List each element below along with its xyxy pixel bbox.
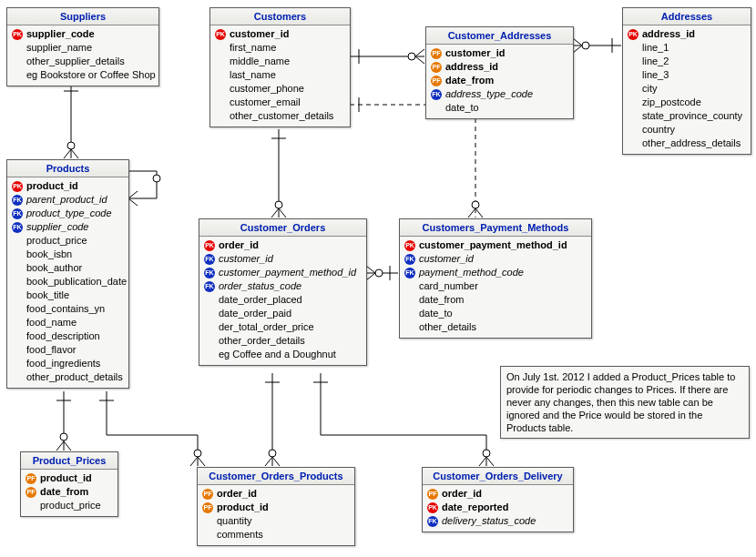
- entity-product-prices[interactable]: Product_Prices PFproduct_idPFdate_frompr…: [20, 451, 118, 517]
- field-row: FKcustomer_payment_method_id: [203, 266, 363, 279]
- field-name: food_flavor: [26, 343, 76, 357]
- entity-suppliers[interactable]: Suppliers PKsupplier_codesupplier_nameot…: [6, 7, 159, 86]
- pf-icon: PF: [25, 472, 37, 485]
- field-row: eg Coffee and a Doughnut: [203, 348, 363, 361]
- field-name: other_details: [419, 320, 476, 334]
- field-name: product_id: [217, 501, 269, 514]
- field-row: customer_phone: [214, 82, 346, 96]
- entity-title: Products: [7, 160, 128, 177]
- field-name: customer_id: [445, 46, 505, 60]
- entity-products[interactable]: Products PKproduct_idFKparent_product_id…: [6, 159, 129, 389]
- field-name: product_id: [26, 179, 78, 193]
- field-row: supplier_name: [11, 41, 155, 55]
- svg-line-14: [190, 457, 198, 466]
- field-row: der_total_order_price: [203, 320, 363, 334]
- field-row: last_name: [214, 68, 346, 82]
- entity-addresses[interactable]: Addresses PKaddress_idline_1line_2line_3…: [622, 7, 751, 155]
- field-row: FKsupplier_code: [11, 220, 125, 234]
- field-name: customer_id: [230, 27, 289, 41]
- field-name: customer_payment_method_id: [419, 238, 567, 252]
- field-name: food_ingredients: [26, 357, 100, 370]
- field-name: middle_name: [230, 55, 290, 68]
- field-row: food_flavor: [11, 343, 125, 357]
- field-name: country: [642, 123, 675, 137]
- entity-title: Customer_Addresses: [426, 27, 573, 45]
- field-name: eg Coffee and a Doughnut: [219, 348, 336, 361]
- fk-icon: FK: [404, 253, 416, 266]
- field-name: order_id: [442, 487, 482, 501]
- fk-icon: FK: [203, 253, 216, 266]
- field-row: PKsupplier_code: [11, 27, 155, 41]
- field-row: food_ingredients: [11, 357, 125, 370]
- field-row: other_order_details: [203, 334, 363, 348]
- field-name: book_publication_date: [26, 275, 127, 289]
- fk-icon: FK: [203, 280, 216, 293]
- fk-icon: FK: [430, 88, 443, 101]
- svg-line-2: [64, 149, 71, 158]
- field-row: date_order_placed: [203, 293, 363, 307]
- field-row: PForder_id: [201, 487, 351, 501]
- entity-title: Customers_Payment_Methods: [400, 219, 591, 237]
- entity-title: Customer_Orders_Products: [198, 468, 354, 485]
- field-name: customer_id: [419, 252, 474, 266]
- field-row: PKproduct_id: [11, 179, 125, 193]
- field-row: date_from: [404, 293, 587, 307]
- pf-icon: PF: [430, 75, 443, 87]
- svg-line-3: [71, 149, 78, 158]
- entity-title: Suppliers: [7, 8, 158, 25]
- field-name: order_status_code: [219, 279, 301, 293]
- field-name: date_order_paid: [219, 307, 291, 320]
- svg-line-44: [272, 457, 280, 466]
- svg-line-15: [198, 457, 205, 466]
- field-row: FKpayment_method_code: [404, 266, 587, 279]
- fk-icon: FK: [11, 194, 24, 207]
- field-row: PKaddress_id: [627, 27, 747, 41]
- pf-icon: PF: [426, 488, 439, 501]
- field-name: quantity: [217, 514, 252, 528]
- pk-icon: PK: [404, 239, 416, 252]
- entity-title: Customer_Orders: [199, 219, 366, 237]
- field-row: customer_email: [214, 96, 346, 109]
- entity-orders-delivery[interactable]: Customer_Orders_Delivery PForder_idPKdat…: [422, 467, 574, 532]
- field-name: customer_id: [219, 252, 273, 266]
- field-row: city: [627, 82, 747, 96]
- entity-title: Product_Prices: [21, 452, 117, 470]
- field-name: der_total_order_price: [219, 320, 314, 334]
- field-name: other_product_details: [26, 370, 123, 384]
- field-name: book_author: [26, 261, 82, 275]
- field-name: date_to: [445, 101, 479, 115]
- field-row: FKparent_product_id: [11, 193, 125, 207]
- field-row: food_contains_yn: [11, 302, 125, 316]
- svg-line-6: [128, 191, 138, 198]
- field-name: first_name: [230, 41, 276, 55]
- field-row: date_to: [430, 101, 569, 115]
- entity-payment-methods[interactable]: Customers_Payment_Methods PKcustomer_pay…: [399, 218, 592, 339]
- svg-line-10: [56, 441, 64, 451]
- field-name: line_3: [642, 68, 669, 82]
- entity-orders-products[interactable]: Customer_Orders_Products PForder_idPFpro…: [197, 467, 355, 546]
- field-row: PKorder_id: [203, 238, 363, 252]
- field-row: eg Bookstore or Coffee Shop: [11, 68, 155, 82]
- svg-line-20: [415, 56, 424, 64]
- field-name: book_title: [26, 289, 69, 302]
- field-name: city: [642, 82, 658, 96]
- entity-customer-addresses[interactable]: Customer_Addresses PFcustomer_idPFaddres…: [425, 26, 574, 119]
- field-name: address_id: [445, 60, 498, 74]
- field-name: payment_method_code: [419, 266, 524, 279]
- entity-customer-orders[interactable]: Customer_Orders PKorder_idFKcustomer_idF…: [199, 218, 367, 366]
- svg-line-11: [64, 441, 71, 451]
- field-name: date_reported: [442, 501, 508, 514]
- field-name: other_customer_details: [230, 109, 333, 123]
- field-name: date_from: [445, 74, 494, 87]
- field-row: PKcustomer_id: [214, 27, 346, 41]
- field-row: product_price: [25, 499, 114, 512]
- field-name: eg Bookstore or Coffee Shop: [26, 68, 156, 82]
- field-row: FKorder_status_code: [203, 279, 363, 293]
- field-row: line_3: [627, 68, 747, 82]
- field-row: first_name: [214, 41, 346, 55]
- pk-icon: PK: [627, 28, 639, 41]
- field-row: other_supplier_details: [11, 55, 155, 68]
- field-row: other_address_details: [627, 137, 747, 150]
- entity-customers[interactable]: Customers PKcustomer_idfirst_namemiddle_…: [209, 7, 351, 127]
- field-name: date_from: [419, 293, 465, 307]
